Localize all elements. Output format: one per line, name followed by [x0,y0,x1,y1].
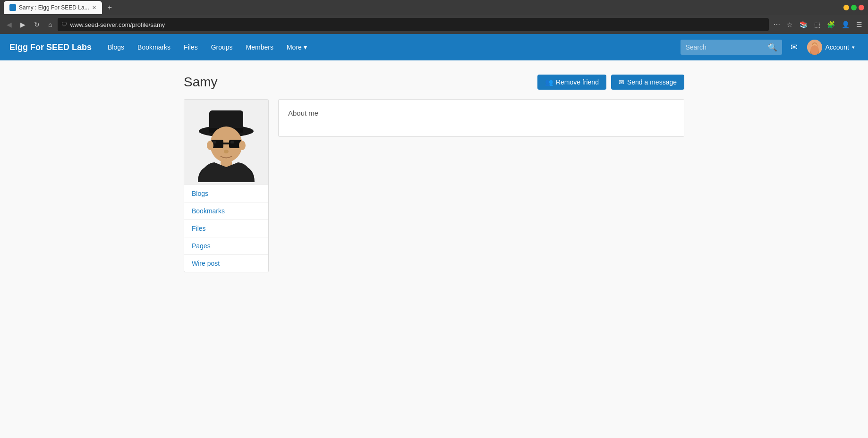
profile-actions: 👥 Remove friend ✉ Send a message [537,75,684,90]
nav-link-bookmarks[interactable]: Bookmarks [131,34,177,60]
shield-icon: 🛡 [61,21,67,28]
avatar-image [807,40,822,55]
messages-icon[interactable]: ✉ [787,40,801,54]
profile-name: Samy [184,75,218,90]
remove-friend-button[interactable]: 👥 Remove friend [537,75,606,90]
close-button[interactable] [859,5,864,10]
app-navbar: Elgg For SEED Labs Blogs Bookmarks Files… [0,34,868,60]
svg-point-4 [810,45,819,55]
avatar [807,40,822,55]
sidebar-link-blogs[interactable]: Blogs [184,185,268,202]
account-button[interactable]: Account ▾ [803,40,859,55]
send-message-button[interactable]: ✉ Send a message [611,75,684,90]
menu-icon[interactable]: ☰ [854,19,864,30]
more-options-icon[interactable]: ⋯ [772,19,782,30]
nav-links: Blogs Bookmarks Files Groups Members Mor… [101,34,676,60]
minimize-button[interactable] [843,5,849,10]
svg-point-16 [239,141,246,150]
profile-avatar-image [188,102,264,182]
browser-titlebar: Samy : Elgg For SEED La... ✕ + [0,0,868,15]
nav-link-members[interactable]: Members [239,34,280,60]
profile-header: Samy 👥 Remove friend ✉ Send a message [184,75,684,90]
svg-point-14 [224,150,229,153]
nav-link-blogs[interactable]: Blogs [101,34,131,60]
address-bar-wrapper: 🛡 [58,18,769,31]
profile-icon[interactable]: 👤 [840,19,851,30]
profile-avatar-box [184,100,268,185]
account-dropdown-arrow: ▾ [852,44,855,51]
svg-rect-11 [223,143,229,144]
bookmark-star-icon[interactable]: ☆ [785,19,795,30]
profile-sidebar: Blogs Bookmarks Files Pages Wire post [184,99,269,272]
nav-link-files[interactable]: Files [177,34,204,60]
extensions-icon[interactable]: 🧩 [825,19,837,30]
send-message-icon: ✉ [619,78,624,86]
account-label: Account [825,43,849,51]
maximize-button[interactable] [851,5,857,10]
forward-button[interactable]: ▶ [17,19,28,30]
profile-body: Blogs Bookmarks Files Pages Wire post Ab… [184,99,684,272]
address-bar[interactable] [70,21,765,28]
svg-point-15 [207,141,213,150]
svg-rect-12 [213,141,216,143]
list-item: Pages [184,237,268,254]
search-button[interactable]: 🔍 [768,43,777,52]
profile-nav-list: Blogs Bookmarks Files Pages Wire post [184,185,268,272]
list-item: Files [184,219,268,237]
nav-link-more[interactable]: More ▾ [280,34,314,60]
list-item: Bookmarks [184,202,268,219]
tab-favicon [9,4,16,11]
toolbar-right: ⋯ ☆ 📚 ⬚ 🧩 👤 ☰ [772,19,864,30]
svg-rect-13 [230,141,234,143]
screen-capture-icon[interactable]: ⬚ [812,19,822,30]
search-input[interactable] [685,43,768,51]
window-controls [843,5,864,10]
tab-close-button[interactable]: ✕ [92,5,96,11]
page-content: Samy 👥 Remove friend ✉ Send a message [174,60,694,286]
nav-icons: ✉ Account ▾ [787,40,859,55]
bookmarks-library-icon[interactable]: 📚 [798,19,809,30]
tab-title: Samy : Elgg For SEED La... [19,4,89,11]
nav-search-area: 🔍 [681,40,782,55]
list-item: Blogs [184,185,268,202]
remove-friend-icon: 👥 [545,78,553,86]
browser-toolbar: ◀ ▶ ↻ ⌂ 🛡 ⋯ ☆ 📚 ⬚ 🧩 👤 ☰ [0,15,868,34]
sidebar-link-pages[interactable]: Pages [184,237,268,254]
refresh-button[interactable]: ↻ [31,19,43,30]
sidebar-link-files[interactable]: Files [184,220,268,237]
sidebar-link-bookmarks[interactable]: Bookmarks [184,202,268,219]
profile-main: About me [278,99,684,137]
browser-tab[interactable]: Samy : Elgg For SEED La... ✕ [4,1,102,14]
about-me-label: About me [288,109,318,117]
new-tab-button[interactable]: + [104,1,116,14]
back-button[interactable]: ◀ [4,19,15,30]
browser-chrome: Samy : Elgg For SEED La... ✕ + ◀ ▶ ↻ ⌂ 🛡… [0,0,868,34]
app-brand[interactable]: Elgg For SEED Labs [9,42,92,52]
sidebar-link-wire-post[interactable]: Wire post [184,255,268,272]
list-item: Wire post [184,254,268,272]
nav-link-groups[interactable]: Groups [204,34,239,60]
home-button[interactable]: ⌂ [45,19,55,30]
